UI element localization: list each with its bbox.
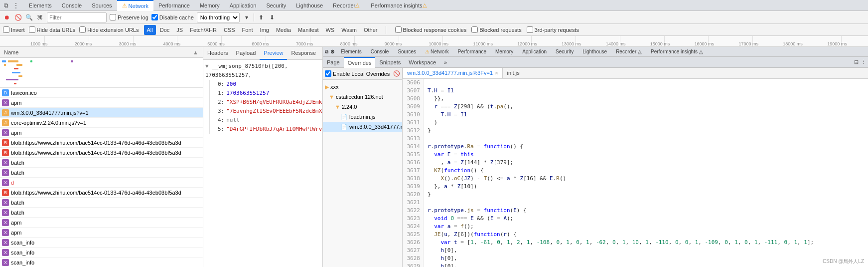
inner-tab-network[interactable]: ⚠Network — [422, 47, 452, 57]
code-tab-init[interactable]: init.js — [503, 68, 524, 78]
dock-icon[interactable]: ⧉ — [2, 1, 10, 9]
inner-tab-sources[interactable]: Sources — [395, 47, 419, 57]
tab-application[interactable]: Application — [225, 0, 262, 11]
filter-ws[interactable]: WS — [322, 25, 337, 35]
invert-check[interactable]: Invert — [3, 26, 25, 33]
code-content[interactable]: T.H = I1 }}, r === Z[298] && (t.pa(), T.… — [424, 79, 868, 267]
disable-cache-checkbox[interactable] — [151, 14, 158, 20]
close-tab-icon[interactable]: × — [495, 70, 498, 76]
blocked-cookies-checkbox[interactable] — [395, 26, 402, 33]
list-item[interactable]: X batch — [0, 198, 203, 208]
enable-overrides-label[interactable]: Enable Local Overrides — [325, 70, 390, 77]
invert-checkbox[interactable] — [3, 26, 9, 33]
list-item[interactable]: X batch — [0, 208, 203, 218]
filter-wasm[interactable]: Wasm — [338, 25, 360, 35]
hide-extension-urls-checkbox[interactable] — [79, 26, 86, 33]
blocked-requests-check[interactable]: Blocked requests — [471, 26, 521, 33]
third-party-checkbox[interactable] — [527, 26, 533, 33]
list-item[interactable]: X scan_info — [0, 238, 203, 248]
import-button[interactable]: ⬆ — [257, 13, 265, 21]
tab-preview[interactable]: Preview — [260, 47, 287, 60]
filter-fetch-xhr[interactable]: Fetch/XHR — [187, 25, 220, 35]
filter-manifest[interactable]: Manifest — [295, 25, 322, 35]
file-tree-root[interactable]: ▶ xxx — [323, 82, 402, 92]
customize-icon[interactable]: ⋮ — [12, 1, 20, 9]
filter-js[interactable]: JS — [173, 25, 186, 35]
export-button[interactable]: ⬇ — [268, 13, 276, 21]
list-item[interactable]: X batch — [0, 168, 203, 178]
filter-icon[interactable]: ⌘ — [36, 13, 44, 21]
enable-overrides-checkbox[interactable] — [325, 70, 331, 77]
filter-doc[interactable]: Doc — [157, 25, 173, 35]
blocked-requests-checkbox[interactable] — [471, 26, 478, 33]
filter-other[interactable]: Other — [361, 25, 381, 35]
code-tab-wm[interactable]: wm.3.0.0_33d41777.min.js%3Fv=1 × — [403, 68, 503, 78]
list-item-selected[interactable]: J wm.3.0.0_33d41777.min.js?v=1 — [0, 108, 203, 118]
file-tree-subfolder[interactable]: ▼ 2.24.0 — [323, 102, 402, 112]
list-item[interactable]: X scan_info — [0, 248, 203, 258]
inner-tab-memory[interactable]: Memory — [492, 47, 516, 57]
list-item[interactable]: X apm — [0, 218, 203, 228]
inner-tab-recorder[interactable]: Recorder △ — [613, 47, 645, 57]
blocked-cookies-check[interactable]: Blocked response cookies — [395, 26, 467, 33]
file-tree-folder[interactable]: ▼ cstaticcdun.126.net — [323, 92, 402, 102]
inner-tab-application[interactable]: Application — [519, 47, 550, 57]
filter-input[interactable] — [47, 12, 107, 22]
list-item-error[interactable]: X d — [0, 178, 203, 188]
tab-recorder[interactable]: Recorder △ — [328, 0, 366, 11]
inner-tab-performance[interactable]: Performance — [455, 47, 489, 57]
disable-cache-label[interactable]: Disable cache — [151, 14, 194, 20]
preserve-log-label[interactable]: Preserve log — [110, 14, 148, 20]
tab-performance-insights[interactable]: Performance insights △ — [366, 0, 433, 11]
inner-tab-perf-insights[interactable]: Performance insights △ — [648, 47, 706, 57]
hide-data-urls-check[interactable]: Hide data URLs — [29, 26, 76, 33]
tab-sources[interactable]: Sources — [87, 0, 117, 11]
list-item[interactable]: D favicon.ico — [0, 88, 203, 98]
tab-performance[interactable]: Performance — [153, 0, 195, 11]
inner-tab-lighthouse[interactable]: Lighthouse — [579, 47, 610, 57]
list-item[interactable]: X scan_info — [0, 258, 203, 267]
throttle-dropdown-icon[interactable]: ▾ — [243, 13, 251, 21]
list-item[interactable]: B blob:https://www.zhihu.com/bac514cc-01… — [0, 148, 203, 158]
list-item[interactable]: J core-optimiiv.2.24.0.min.js?v=1 — [0, 118, 203, 128]
hide-extension-urls-check[interactable]: Hide extension URLs — [79, 26, 139, 33]
list-item[interactable]: X apm — [0, 98, 203, 108]
sources-tab-page[interactable]: Page — [323, 57, 344, 68]
sources-tab-snippets[interactable]: Snippets — [375, 57, 405, 68]
tab-network[interactable]: ⚠ Network — [117, 0, 153, 11]
list-item[interactable]: X apm — [0, 128, 203, 138]
list-item[interactable]: X batch — [0, 158, 203, 168]
json-expand-icon[interactable]: ▼ — [205, 63, 209, 69]
source-settings-icon[interactable]: ⋮ — [861, 59, 866, 65]
tab-payload[interactable]: Payload — [232, 47, 260, 60]
sources-tab-overrides[interactable]: Overrides — [344, 57, 376, 68]
search-icon[interactable]: 🔍 — [25, 13, 33, 21]
tab-security[interactable]: Security — [261, 0, 291, 11]
file-tree-file[interactable]: 📄 load.min.js — [323, 112, 402, 122]
filter-font[interactable]: Font — [239, 25, 256, 35]
inner-tab-elements[interactable]: Elements — [338, 47, 365, 57]
throttle-select[interactable]: No throttling — [197, 12, 240, 22]
record-button[interactable]: ⏺ — [3, 13, 11, 21]
tab-console[interactable]: Console — [57, 0, 87, 11]
inner-tab-console[interactable]: Console — [368, 47, 392, 57]
tab-lighthouse[interactable]: Lighthouse — [291, 0, 328, 11]
preserve-log-checkbox[interactable] — [110, 14, 116, 20]
filter-all[interactable]: All — [144, 25, 156, 35]
split-icon[interactable]: ⊟ — [854, 59, 859, 65]
tab-response[interactable]: Response — [287, 47, 320, 60]
hide-data-urls-checkbox[interactable] — [29, 26, 35, 33]
waterfall-sort-icon[interactable]: ▲ — [193, 49, 201, 55]
sources-tab-workspace[interactable]: Workspace — [405, 57, 440, 68]
tab-elements[interactable]: Elements — [24, 0, 57, 11]
list-item[interactable]: X apm — [0, 228, 203, 238]
list-item[interactable]: B blob:https://www.zhihu.com/bac514cc-01… — [0, 138, 203, 148]
clear-overrides-button[interactable]: 🚫 — [393, 70, 400, 77]
clear-button[interactable]: 🚫 — [14, 13, 22, 21]
tab-memory[interactable]: Memory — [195, 0, 225, 11]
tab-headers[interactable]: Headers — [203, 47, 232, 60]
file-tree-file-selected[interactable]: 📄 wm.3.0.0_33d41777.min.js%3Fv=1 — [323, 122, 402, 132]
filter-css[interactable]: CSS — [221, 25, 238, 35]
list-item[interactable]: B blob:https://www.zhihu.com/bac514cc-01… — [0, 188, 203, 198]
filter-media[interactable]: Media — [273, 25, 294, 35]
